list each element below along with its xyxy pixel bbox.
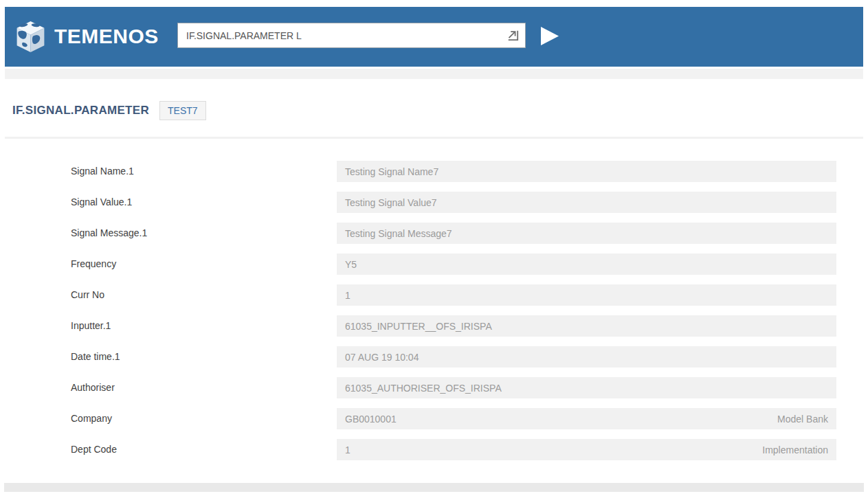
form-row: Signal Message.1 Testing Signal Message7 xyxy=(0,218,868,249)
field-value-text: 07 AUG 19 10:04 xyxy=(345,352,419,363)
field-label: Signal Name.1 xyxy=(71,156,134,187)
field-value-text: Testing Signal Value7 xyxy=(345,197,437,208)
form-row: Signal Name.1 Testing Signal Name7 xyxy=(0,156,868,187)
divider xyxy=(5,137,863,139)
form-row: Date time.1 07 AUG 19 10:04 xyxy=(0,341,868,372)
form-row: Curr No 1 xyxy=(0,280,868,311)
subheader-strip xyxy=(5,69,863,79)
field-value-text: 1 xyxy=(345,290,350,301)
command-bar xyxy=(177,23,526,48)
play-icon xyxy=(540,27,559,45)
form-row: Company GB0010001 Model Bank xyxy=(0,403,868,434)
top-banner: TEMENOS xyxy=(5,7,863,67)
field-value-text: 61035_INPUTTER__OFS_IRISPA xyxy=(345,321,492,332)
field-value[interactable]: Testing Signal Message7 xyxy=(337,223,836,244)
field-label: Date time.1 xyxy=(71,341,120,372)
field-label: Authoriser xyxy=(71,372,115,403)
field-value-text: 61035_AUTHORISER_OFS_IRISPA xyxy=(345,383,502,394)
brand-logo[interactable]: TEMENOS xyxy=(14,19,159,54)
field-value[interactable]: Testing Signal Value7 xyxy=(337,192,836,213)
field-enrichment: Model Bank xyxy=(777,414,828,425)
form-row: Frequency Y5 xyxy=(0,249,868,280)
command-input[interactable] xyxy=(178,23,504,47)
field-enrichment: Implementation xyxy=(762,444,828,455)
field-value-text: Testing Signal Name7 xyxy=(345,166,438,177)
field-value[interactable]: 61035_AUTHORISER_OFS_IRISPA xyxy=(337,377,836,398)
field-value[interactable]: 1 Implementation xyxy=(337,439,836,460)
form-row: Dept Code 1 Implementation xyxy=(0,434,868,465)
form-row: Authoriser 61035_AUTHORISER_OFS_IRISPA xyxy=(0,372,868,403)
field-value-text: Y5 xyxy=(345,259,357,270)
field-value[interactable]: Testing Signal Name7 xyxy=(337,161,836,182)
record-form: Signal Name.1 Testing Signal Name7 Signa… xyxy=(0,156,868,465)
field-label: Curr No xyxy=(71,280,104,311)
form-row: Signal Value.1 Testing Signal Value7 xyxy=(0,187,868,218)
field-value-text: Testing Signal Message7 xyxy=(345,228,452,239)
field-label: Dept Code xyxy=(71,434,117,465)
field-value[interactable]: 61035_INPUTTER__OFS_IRISPA xyxy=(337,315,836,337)
field-value-text: GB0010001 xyxy=(345,414,397,425)
field-label: Inputter.1 xyxy=(71,311,111,341)
field-label: Signal Message.1 xyxy=(71,218,147,249)
field-label: Signal Value.1 xyxy=(71,187,132,218)
record-id-badge[interactable]: TEST7 xyxy=(159,101,206,120)
field-value[interactable]: GB0010001 Model Bank xyxy=(337,408,836,429)
field-value[interactable]: Y5 xyxy=(337,253,836,275)
field-value[interactable]: 1 xyxy=(337,284,836,306)
field-value-text: 1 xyxy=(345,444,350,455)
field-value[interactable]: 07 AUG 19 10:04 xyxy=(337,346,836,368)
run-command-button[interactable] xyxy=(539,25,562,47)
page-title: IF.SIGNAL.PARAMETER xyxy=(12,104,149,117)
title-row: IF.SIGNAL.PARAMETER TEST7 xyxy=(12,100,206,121)
brand-name: TEMENOS xyxy=(54,26,159,47)
form-row: Inputter.1 61035_INPUTTER__OFS_IRISPA xyxy=(0,311,868,341)
field-label: Company xyxy=(71,403,112,434)
globe-icon xyxy=(14,20,47,54)
footer-bar xyxy=(4,483,864,492)
field-label: Frequency xyxy=(71,249,116,280)
launch-icon[interactable] xyxy=(504,27,522,45)
